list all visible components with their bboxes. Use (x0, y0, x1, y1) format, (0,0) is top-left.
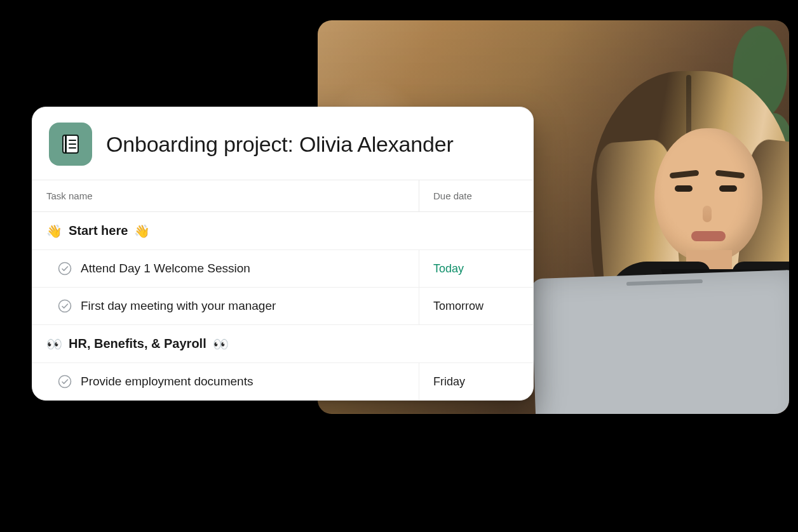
eyes-icon: 👀 (46, 338, 62, 350)
column-headers: Task name Due date (32, 180, 533, 212)
svg-point-11 (59, 376, 71, 388)
col-task-name[interactable]: Task name (32, 180, 419, 211)
project-title: Onboarding project: Olivia Alexander (106, 132, 454, 157)
section-hr-benefits-payroll[interactable]: 👀 HR, Benefits, & Payroll 👀 (32, 325, 533, 363)
task-name: Provide employment documents (81, 375, 253, 389)
svg-point-9 (59, 263, 71, 275)
wave-icon: 👋 (46, 225, 62, 237)
wave-icon: 👋 (134, 225, 150, 237)
task-row[interactable]: Attend Day 1 Welcome Session Today (32, 250, 533, 288)
section-title: Start here (69, 223, 128, 238)
svg-rect-2 (65, 135, 67, 153)
project-card: Onboarding project: Olivia Alexander Tas… (32, 107, 534, 401)
project-header: Onboarding project: Olivia Alexander (32, 107, 533, 180)
check-circle-icon[interactable] (58, 299, 72, 313)
task-cell: First day meeting with your manager (32, 288, 419, 324)
due-cell[interactable]: Tomorrow (419, 288, 533, 324)
laptop-illustration (531, 270, 789, 414)
task-cell: Provide employment documents (32, 363, 419, 400)
task-name: First day meeting with your manager (81, 299, 276, 313)
svg-point-8 (62, 149, 64, 150)
task-row[interactable]: Provide employment documents Friday (32, 363, 533, 400)
eyes-icon: 👀 (213, 338, 229, 350)
section-start-here[interactable]: 👋 Start here 👋 (32, 212, 533, 250)
check-circle-icon[interactable] (58, 262, 72, 276)
check-circle-icon[interactable] (58, 375, 72, 389)
task-name: Attend Day 1 Welcome Session (81, 262, 250, 276)
due-cell[interactable]: Friday (419, 363, 533, 400)
svg-point-7 (62, 143, 64, 145)
svg-point-6 (62, 138, 64, 140)
notebook-icon (49, 123, 92, 166)
task-row[interactable]: First day meeting with your manager Tomo… (32, 288, 533, 325)
svg-point-10 (59, 300, 71, 312)
task-cell: Attend Day 1 Welcome Session (32, 250, 419, 287)
section-title: HR, Benefits, & Payroll (69, 336, 206, 351)
col-due-date[interactable]: Due date (419, 180, 533, 211)
due-cell[interactable]: Today (419, 250, 533, 287)
